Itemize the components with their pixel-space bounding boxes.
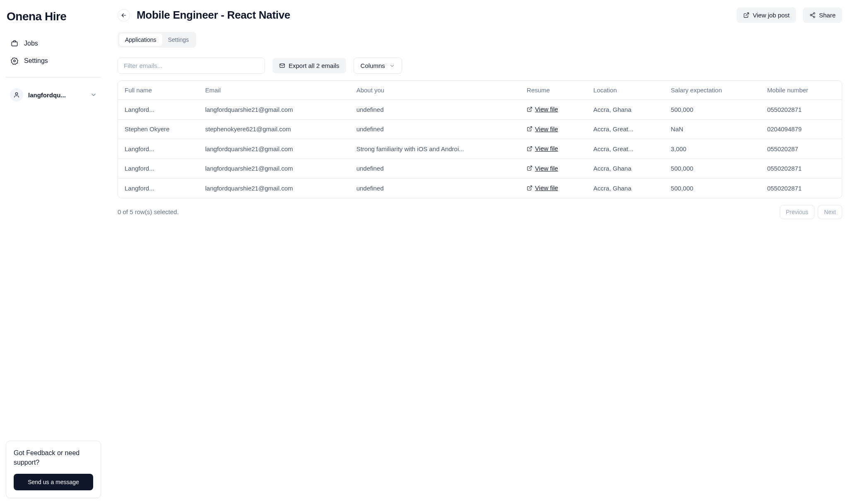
- selection-count: 0 of 5 row(s) selected.: [118, 208, 179, 215]
- page-title: Mobile Engineer - React Native: [137, 9, 290, 22]
- col-resume[interactable]: Resume: [520, 81, 587, 100]
- cell-email: langfordquarshie21@gmail.com: [199, 100, 350, 120]
- col-mobile[interactable]: Mobile number: [761, 81, 842, 100]
- view-file-link[interactable]: View file: [527, 125, 558, 133]
- previous-button[interactable]: Previous: [780, 205, 814, 219]
- table-row[interactable]: Langford...langfordquarshie21@gmail.comu…: [118, 100, 842, 120]
- cell-salary: 500,000: [664, 159, 761, 178]
- table-row[interactable]: Langford...langfordquarshie21@gmail.comS…: [118, 139, 842, 159]
- nav-settings[interactable]: Settings: [6, 52, 101, 70]
- share-label: Share: [819, 12, 836, 19]
- cell-salary: 500,000: [664, 178, 761, 198]
- svg-line-16: [529, 186, 532, 188]
- cell-about: undefined: [350, 159, 520, 178]
- view-file-label: View file: [535, 125, 558, 133]
- external-link-icon: [527, 106, 532, 112]
- col-full-name[interactable]: Full name: [118, 81, 199, 100]
- nav-jobs[interactable]: Jobs: [6, 35, 101, 52]
- external-link-icon: [527, 126, 532, 132]
- cell-salary: NaN: [664, 119, 761, 139]
- svg-line-13: [529, 127, 532, 129]
- view-file-label: View file: [535, 106, 558, 113]
- cell-email: stephenokyere621@gmail.com: [199, 119, 350, 139]
- sidebar: Onena Hire Jobs Settings langfordqu...: [0, 0, 107, 504]
- columns-button[interactable]: Columns: [354, 58, 402, 74]
- col-location[interactable]: Location: [587, 81, 664, 100]
- external-link-icon: [527, 185, 532, 191]
- svg-point-3: [15, 93, 17, 95]
- share-button[interactable]: Share: [803, 7, 842, 23]
- cell-name: Langford...: [118, 100, 199, 120]
- cell-location: Accra, Ghana: [587, 178, 664, 198]
- svg-line-15: [529, 166, 532, 169]
- toolbar: Export all 2 emails Columns: [118, 58, 842, 74]
- view-file-link[interactable]: View file: [527, 145, 558, 152]
- chevron-down-icon: [389, 63, 395, 69]
- briefcase-icon: [11, 40, 18, 47]
- cell-email: langfordquarshie21@gmail.com: [199, 139, 350, 159]
- tab-applications[interactable]: Applications: [119, 34, 162, 46]
- view-job-post-label: View job post: [753, 12, 790, 19]
- svg-line-9: [812, 14, 813, 15]
- view-file-link[interactable]: View file: [527, 106, 558, 113]
- filter-emails-input[interactable]: [118, 58, 265, 74]
- view-file-label: View file: [535, 184, 558, 191]
- cell-mobile: 0550202871: [761, 100, 842, 120]
- table-row[interactable]: Langford...langfordquarshie21@gmail.comu…: [118, 178, 842, 198]
- columns-label: Columns: [361, 62, 385, 69]
- export-emails-button[interactable]: Export all 2 emails: [272, 58, 346, 73]
- cell-mobile: 055020287: [761, 139, 842, 159]
- table-header-row: Full name Email About you Resume Locatio…: [118, 81, 842, 100]
- cell-mobile: 0550202871: [761, 159, 842, 178]
- cell-email: langfordquarshie21@gmail.com: [199, 159, 350, 178]
- export-emails-label: Export all 2 emails: [289, 62, 340, 69]
- nav-settings-label: Settings: [24, 57, 48, 65]
- external-link-icon: [743, 12, 749, 18]
- nav-jobs-label: Jobs: [24, 40, 38, 47]
- arrow-left-icon: [120, 12, 127, 19]
- tabs: Applications Settings: [118, 32, 196, 48]
- table-row[interactable]: Langford...langfordquarshie21@gmail.comu…: [118, 159, 842, 178]
- view-file-link[interactable]: View file: [527, 184, 558, 191]
- feedback-cta-button[interactable]: Send us a message: [14, 474, 93, 490]
- view-file-link[interactable]: View file: [527, 165, 558, 172]
- cell-name: Langford...: [118, 139, 199, 159]
- table-footer: 0 of 5 row(s) selected. Previous Next: [118, 205, 842, 219]
- svg-marker-2: [11, 58, 18, 65]
- user-menu[interactable]: langfordqu...: [6, 85, 101, 105]
- page-header: Mobile Engineer - React Native View job …: [118, 7, 842, 23]
- view-job-post-button[interactable]: View job post: [737, 7, 796, 23]
- tab-settings[interactable]: Settings: [162, 34, 195, 46]
- cell-name: Stephen Okyere: [118, 119, 199, 139]
- cell-about: undefined: [350, 178, 520, 198]
- col-email[interactable]: Email: [199, 81, 350, 100]
- brand-logo: Onena Hire: [6, 7, 101, 35]
- view-file-label: View file: [535, 165, 558, 172]
- cell-mobile: 0550202871: [761, 178, 842, 198]
- col-about[interactable]: About you: [350, 81, 520, 100]
- feedback-title: Got Feedback or need support?: [14, 449, 93, 467]
- share-icon: [809, 12, 816, 18]
- cell-mobile: 0204094879: [761, 119, 842, 139]
- user-name: langfordqu...: [28, 92, 66, 99]
- svg-line-5: [746, 13, 749, 16]
- cell-location: Accra, Ghana: [587, 100, 664, 120]
- cell-name: Langford...: [118, 159, 199, 178]
- divider: [6, 77, 101, 77]
- next-button[interactable]: Next: [818, 205, 842, 219]
- cell-name: Langford...: [118, 178, 199, 198]
- cell-about: undefined: [350, 100, 520, 120]
- back-button[interactable]: [118, 9, 130, 22]
- svg-point-1: [14, 60, 16, 62]
- table-row[interactable]: Stephen Okyerestephenokyere621@gmail.com…: [118, 119, 842, 139]
- view-file-label: View file: [535, 145, 558, 152]
- col-salary[interactable]: Salary expectation: [664, 81, 761, 100]
- mail-icon: [279, 63, 285, 69]
- cell-email: langfordquarshie21@gmail.com: [199, 178, 350, 198]
- external-link-icon: [527, 165, 532, 171]
- svg-rect-0: [12, 42, 17, 46]
- chevron-down-icon: [90, 92, 97, 98]
- cell-about: Strong familiarity with iOS and Androi..…: [350, 139, 520, 159]
- cell-salary: 500,000: [664, 100, 761, 120]
- gear-icon: [11, 57, 18, 65]
